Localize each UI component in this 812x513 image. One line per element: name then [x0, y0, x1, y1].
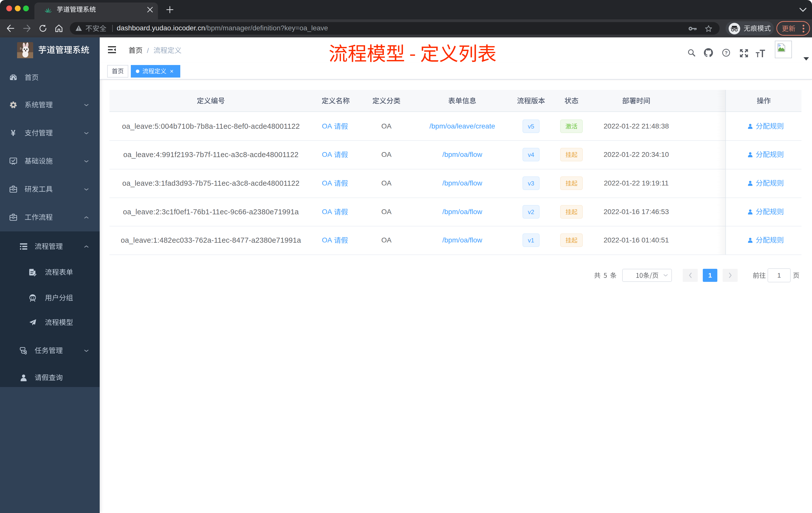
svg-text:?: ?	[725, 50, 728, 56]
